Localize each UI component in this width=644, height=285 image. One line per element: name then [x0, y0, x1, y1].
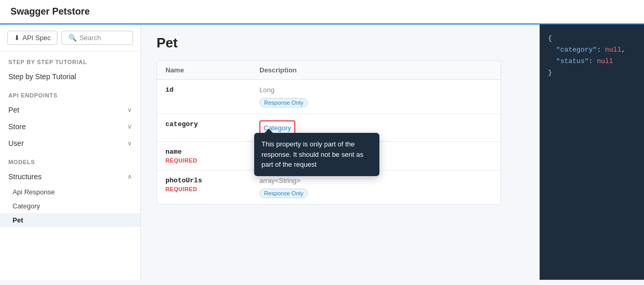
sidebar-item-store[interactable]: Store ∨ — [0, 118, 140, 135]
field-name: photoUrls — [165, 177, 259, 184]
main-layout: ⬇ API Spec 🔍 Search STEP BY STEP TUTORIA… — [0, 24, 644, 280]
json-colon-2: : — [589, 57, 597, 65]
sidebar: ⬇ API Spec 🔍 Search STEP BY STEP TUTORIA… — [0, 24, 141, 280]
header-description: Description — [259, 66, 492, 74]
field-name: name — [165, 148, 259, 156]
tooltip-wrapper: Category This property is only part of t… — [259, 120, 295, 135]
json-null-2: null — [597, 57, 613, 65]
chevron-down-icon: ∨ — [127, 106, 132, 114]
badge-response-only: Response Only — [259, 98, 308, 107]
field-desc-cell: Category This property is only part of t… — [259, 120, 492, 135]
schema-table: Name Description id Long Response Only c… — [157, 60, 501, 205]
badge-response-only: Response Only — [259, 189, 308, 198]
section-label-api-endpoints: API ENDPOINTS — [0, 85, 140, 102]
field-name-cell: name REQUIRED — [165, 148, 259, 164]
schema-table-header: Name Description — [157, 61, 500, 80]
sidebar-sub-item-api-response[interactable]: Api Response — [0, 185, 140, 199]
sidebar-sub-item-label: Pet — [13, 216, 23, 224]
sidebar-item-structures[interactable]: Structures ∧ — [0, 168, 140, 185]
sidebar-item-label: Store — [8, 122, 26, 131]
sidebar-item-label: Structures — [8, 172, 42, 181]
sidebar-item-label: Step by Step Tutorial — [8, 72, 76, 81]
field-type: array<String> — [259, 177, 492, 184]
field-name: id — [165, 86, 259, 94]
app-title: Swagger Petstore — [10, 6, 90, 17]
chevron-down-icon: ∨ — [127, 123, 132, 130]
sidebar-item-label: Pet — [8, 106, 19, 114]
sidebar-item-label: User — [8, 139, 24, 147]
field-name-cell: id — [165, 86, 259, 94]
field-type: Long — [259, 86, 492, 94]
sidebar-item-pet[interactable]: Pet ∨ — [0, 102, 140, 118]
table-row: id Long Response Only — [157, 80, 500, 114]
download-icon: ⬇ — [14, 34, 20, 42]
field-name-cell: category — [165, 120, 259, 128]
json-key-status: "status" — [556, 57, 589, 65]
sidebar-sub-item-label: Category — [13, 202, 40, 210]
app-header: Swagger Petstore — [0, 0, 644, 24]
api-spec-button[interactable]: ⬇ API Spec — [7, 31, 57, 45]
json-comma-1: , — [621, 46, 625, 54]
right-panel: { "category": null, "status": null } — [540, 24, 644, 280]
field-desc-cell: Long Response Only — [259, 86, 492, 107]
sidebar-sub-item-category[interactable]: Category — [0, 199, 140, 213]
field-name-cell: photoUrls REQUIRED — [165, 177, 259, 192]
json-colon-1: : — [597, 46, 605, 54]
header-name: Name — [165, 66, 259, 74]
field-required: REQUIRED — [165, 186, 259, 192]
json-open-brace: { — [548, 34, 552, 42]
search-box[interactable]: 🔍 Search — [62, 31, 133, 45]
search-icon: 🔍 — [68, 34, 77, 42]
section-label-models: MODELS — [0, 152, 140, 168]
tooltip-box: This property is only part of the respon… — [254, 133, 379, 176]
category-highlight-box: Category This property is only part of t… — [259, 120, 295, 135]
main-content: Pet Name Description id Long Response On… — [141, 24, 540, 280]
tooltip-text: This property is only part of the respon… — [261, 140, 363, 168]
sidebar-sub-item-label: Api Response — [13, 188, 55, 196]
json-null-1: null — [605, 46, 621, 54]
page-title: Pet — [157, 35, 524, 51]
json-close-brace: } — [548, 69, 552, 77]
field-name: category — [165, 120, 259, 128]
field-desc-cell: array<String> Response Only — [259, 177, 492, 198]
sidebar-sub-item-pet[interactable]: Pet — [0, 213, 140, 227]
sidebar-toolbar: ⬇ API Spec 🔍 Search — [0, 24, 140, 52]
json-key-category: "category" — [556, 46, 597, 54]
field-required: REQUIRED — [165, 157, 259, 164]
table-row: category Category This property is only … — [157, 114, 500, 142]
section-label-tutorial: STEP BY STEP TUTORIAL — [0, 52, 140, 68]
sidebar-item-tutorial[interactable]: Step by Step Tutorial — [0, 68, 140, 85]
chevron-down-icon: ∨ — [127, 140, 132, 147]
chevron-up-icon: ∧ — [127, 173, 132, 180]
sidebar-item-user[interactable]: User ∨ — [0, 135, 140, 152]
